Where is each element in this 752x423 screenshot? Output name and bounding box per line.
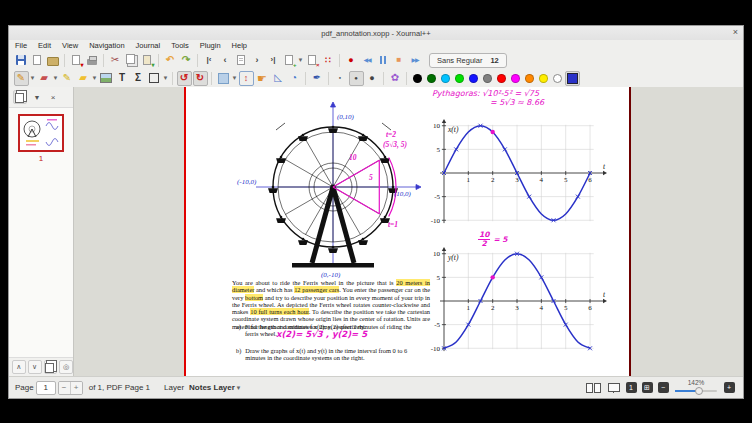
- thickness-fine-button[interactable]: ●: [333, 71, 348, 86]
- pause-button[interactable]: [376, 53, 391, 68]
- fullscreen-button[interactable]: ∷: [321, 53, 336, 68]
- copy-button[interactable]: [124, 53, 139, 68]
- forward-button[interactable]: ▶▶: [408, 53, 423, 68]
- window-close-button[interactable]: ×: [733, 27, 738, 37]
- color-swatch-10[interactable]: [553, 74, 562, 83]
- color-swatch-4[interactable]: [469, 74, 478, 83]
- last-page-button[interactable]: ›|: [266, 53, 281, 68]
- fill-dropdown[interactable]: ▼: [91, 71, 98, 86]
- undo-button[interactable]: ↶: [163, 53, 178, 68]
- menu-journal[interactable]: Journal: [136, 41, 161, 50]
- dual-page-view-button[interactable]: [586, 383, 601, 393]
- zoom-out-button[interactable]: −: [658, 382, 669, 393]
- image-tool-button[interactable]: [99, 71, 114, 86]
- sidebar-target-button[interactable]: ◎: [59, 360, 73, 374]
- tex-tool-button[interactable]: Σ: [131, 71, 146, 86]
- color-swatch-1[interactable]: [427, 74, 436, 83]
- color-swatch-6[interactable]: [497, 74, 506, 83]
- eraser-tool-button[interactable]: ▰: [37, 71, 52, 86]
- zoom-in-button[interactable]: +: [724, 382, 735, 393]
- eraser-dropdown[interactable]: ▼: [52, 71, 59, 86]
- layer-dropdown[interactable]: ▼: [235, 380, 242, 395]
- new-document-button[interactable]: [30, 53, 45, 68]
- color-swatch-7[interactable]: [511, 74, 520, 83]
- paste-button[interactable]: ▾: [140, 53, 155, 68]
- play-object-button[interactable]: ◔: [287, 71, 302, 86]
- cut-button[interactable]: ✂: [108, 53, 123, 68]
- first-page-button[interactable]: |‹: [202, 53, 217, 68]
- zoom-slider[interactable]: [675, 387, 717, 395]
- sidebar-close-button[interactable]: ×: [47, 91, 59, 103]
- color-chooser-button[interactable]: ✿: [388, 71, 403, 86]
- save-button[interactable]: [14, 53, 29, 68]
- redo-button[interactable]: ↷: [179, 53, 194, 68]
- select-rectangle-icon: [218, 73, 229, 84]
- menu-plugin[interactable]: Plugin: [200, 41, 221, 50]
- menu-navigation[interactable]: Navigation: [89, 41, 124, 50]
- page-number-input[interactable]: 1: [36, 381, 56, 395]
- selection-dropdown[interactable]: ▼: [231, 71, 238, 86]
- menu-view[interactable]: View: [62, 41, 78, 50]
- next-page-button[interactable]: ›: [250, 53, 265, 68]
- text-tool-button[interactable]: T: [115, 71, 130, 86]
- goto-page-button[interactable]: [234, 53, 249, 68]
- sidebar-dropdown[interactable]: ▼: [31, 91, 43, 103]
- print-button[interactable]: [85, 53, 100, 68]
- highlighter-tool-button[interactable]: ✎: [60, 71, 75, 86]
- export-pdf-button[interactable]: ▾: [69, 53, 84, 68]
- color-swatch-8[interactable]: [525, 74, 534, 83]
- hand-tool-button[interactable]: ☛: [255, 71, 270, 86]
- pen-dropdown[interactable]: ▼: [29, 71, 36, 86]
- add-page-button[interactable]: +: [282, 53, 297, 68]
- layer-value[interactable]: Notes Layer: [189, 383, 235, 392]
- rotation-snapping-button[interactable]: ↻: [193, 71, 208, 86]
- copy-page-icon: [45, 363, 54, 373]
- color-swatch-5[interactable]: [483, 74, 492, 83]
- fit-page-button[interactable]: ⊞: [642, 382, 653, 393]
- delete-page-button[interactable]: ×: [305, 53, 320, 68]
- sidebar-down-button[interactable]: ∨: [28, 360, 42, 374]
- font-selector[interactable]: Sans Regular 12: [429, 53, 507, 68]
- open-button[interactable]: [46, 53, 61, 68]
- vertical-space-button[interactable]: ↕: [239, 71, 254, 86]
- selected-color-button[interactable]: [565, 71, 580, 86]
- menu-help[interactable]: Help: [232, 41, 247, 50]
- page-thumbnail[interactable]: [18, 114, 64, 152]
- presentation-mode-button[interactable]: [608, 383, 620, 392]
- menu-bar: FileEditViewNavigationJournalToolsPlugin…: [9, 40, 743, 51]
- pdf-page-canvas[interactable]: Pythagoras: √10²-5² = √75 = 5√3 ≈ 8.66: [184, 87, 631, 376]
- color-swatch-9[interactable]: [539, 74, 548, 83]
- color-swatch-0[interactable]: [413, 74, 422, 83]
- sidebar-up-button[interactable]: ∧: [12, 360, 26, 374]
- thickness-medium-button[interactable]: ●: [349, 71, 364, 86]
- menu-file[interactable]: File: [15, 41, 27, 50]
- shapes-dropdown[interactable]: ▼: [162, 71, 169, 86]
- page-decrement-button[interactable]: −: [59, 382, 71, 394]
- previous-page-button[interactable]: ‹: [218, 53, 233, 68]
- shape-recognizer-button[interactable]: ↺: [177, 71, 192, 86]
- menu-edit[interactable]: Edit: [38, 41, 51, 50]
- select-object-button[interactable]: ◺: [271, 71, 286, 86]
- svg-text:5: 5: [564, 304, 568, 312]
- shapes-tool-button[interactable]: [147, 71, 162, 86]
- thickness-thick-button[interactable]: ●: [365, 71, 380, 86]
- sidebar-copy-page-button[interactable]: [44, 360, 58, 374]
- page-increment-button[interactable]: +: [71, 382, 82, 394]
- pen-tool-button[interactable]: ✎: [14, 71, 29, 86]
- color-swatch-2[interactable]: [441, 74, 450, 83]
- graph-x-of-t: 123456105-5-10x(t)t: [426, 113, 611, 233]
- select-rectangle-button[interactable]: [216, 71, 231, 86]
- stop-button[interactable]: ■: [392, 53, 407, 68]
- spline-tool-button[interactable]: ✒: [310, 71, 325, 86]
- fill-tool-button[interactable]: ▰: [76, 71, 91, 86]
- color-swatch-3[interactable]: [455, 74, 464, 83]
- highlighted-text: 12 passenger cars: [294, 286, 339, 293]
- add-page-dropdown[interactable]: ▼: [297, 53, 304, 68]
- preview-pages-tab[interactable]: [13, 90, 27, 104]
- add-page-icon: [285, 55, 293, 65]
- zoom-slider-knob[interactable]: [695, 387, 703, 395]
- fit-width-button[interactable]: 1: [626, 382, 637, 393]
- menu-tools[interactable]: Tools: [171, 41, 189, 50]
- record-audio-button[interactable]: ●: [344, 53, 359, 68]
- rewind-button[interactable]: ◀◀: [360, 53, 375, 68]
